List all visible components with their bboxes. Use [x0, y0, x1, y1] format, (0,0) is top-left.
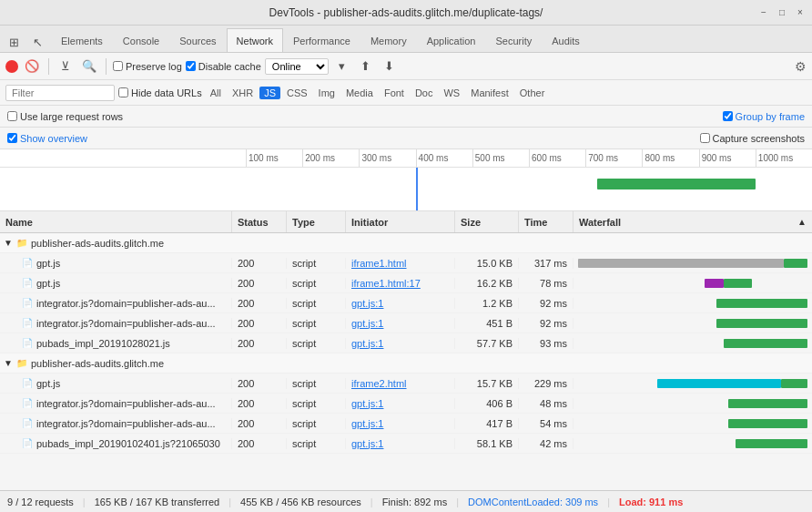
filter-ws[interactable]: WS	[439, 87, 464, 99]
table-row[interactable]: 📄 integrator.js?domain=publisher-ads-au.…	[0, 313, 812, 333]
large-rows-checkbox[interactable]	[7, 111, 17, 121]
td-initiator[interactable]: iframe1.html	[346, 258, 455, 269]
th-status[interactable]: Status	[232, 211, 287, 232]
filter-xhr[interactable]: XHR	[228, 87, 258, 99]
tab-sources[interactable]: Sources	[169, 28, 226, 52]
td-status: 200	[232, 438, 287, 449]
tab-audits[interactable]: Audits	[542, 28, 590, 52]
filter-css[interactable]: CSS	[282, 87, 312, 99]
group-header-2[interactable]: ▼ 📁 publisher-ads-audits.glitch.me	[0, 353, 812, 374]
tab-performance[interactable]: Performance	[283, 28, 360, 52]
tab-security[interactable]: Security	[485, 28, 542, 52]
clear-button[interactable]: 🚫	[22, 56, 42, 77]
preserve-log-checkbox[interactable]	[113, 61, 123, 71]
search-icon[interactable]: 🔍	[79, 56, 99, 77]
td-name: 📄 integrator.js?domain=publisher-ads-au.…	[0, 298, 232, 309]
ruler-label: 100 ms	[246, 149, 302, 167]
filter-js[interactable]: JS	[259, 87, 280, 99]
td-initiator[interactable]: gpt.js:1	[346, 338, 455, 349]
filter-doc[interactable]: Doc	[411, 87, 438, 99]
th-waterfall[interactable]: Waterfall ▲	[573, 211, 812, 232]
filter-all[interactable]: All	[206, 87, 226, 99]
th-name[interactable]: Name	[0, 211, 232, 232]
table-row[interactable]: 📄 integrator.js?domain=publisher-ads-au.…	[0, 394, 812, 414]
devtools-icon[interactable]: ⊞	[4, 32, 24, 52]
th-type[interactable]: Type	[287, 211, 346, 232]
ruler-label: 200 ms	[302, 149, 359, 167]
group-name-1: ▼ 📁 publisher-ads-audits.glitch.me	[0, 238, 232, 249]
td-initiator[interactable]: gpt.js:1	[346, 438, 455, 449]
tab-network[interactable]: Network	[227, 28, 283, 52]
td-size: 1.2 KB	[455, 298, 519, 309]
td-initiator[interactable]: iframe1.html:17	[346, 278, 455, 289]
group-by-frame-checkbox[interactable]	[723, 111, 733, 121]
capture-screenshots-label[interactable]: Capture screenshots	[700, 133, 806, 144]
group-folder-icon-1: 📁	[16, 238, 27, 248]
table-scroll[interactable]: ▼ 📁 publisher-ads-audits.glitch.me 📄 gpt…	[0, 233, 812, 490]
table-row[interactable]: 📄 integrator.js?domain=publisher-ads-au.…	[0, 293, 812, 313]
wf-bar-teal	[657, 379, 781, 388]
td-initiator[interactable]: gpt.js:1	[346, 418, 455, 429]
group-expand-icon-2: ▼	[4, 358, 13, 368]
preserve-log-label[interactable]: Preserve log	[113, 61, 182, 72]
filter-manifest[interactable]: Manifest	[466, 87, 513, 99]
file-icon: 📄	[22, 398, 33, 408]
td-initiator[interactable]: iframe2.html	[346, 378, 455, 389]
tab-elements[interactable]: Elements	[51, 28, 113, 52]
hide-data-urls-checkbox[interactable]	[118, 87, 128, 97]
table-row[interactable]: 📄 pubads_impl_20191028021.js 200 script …	[0, 333, 812, 353]
wf-bar-green	[736, 439, 807, 448]
disable-cache-label[interactable]: Disable cache	[186, 61, 261, 72]
td-type: script	[287, 258, 346, 269]
tab-console[interactable]: Console	[113, 28, 169, 52]
tab-application[interactable]: Application	[417, 28, 486, 52]
th-initiator[interactable]: Initiator	[346, 211, 455, 232]
td-size: 16.2 KB	[455, 278, 519, 289]
show-overview-label[interactable]: Show overview	[7, 133, 87, 144]
td-time: 317 ms	[519, 258, 573, 269]
filter-media[interactable]: Media	[341, 87, 378, 99]
table-row[interactable]: 📄 integrator.js?domain=publisher-ads-au.…	[0, 414, 812, 434]
hide-data-urls-label[interactable]: Hide data URLs	[118, 87, 202, 98]
file-icon: 📄	[22, 438, 33, 448]
table-row[interactable]: 📄 gpt.js 200 script iframe1.html:17 16.2…	[0, 273, 812, 293]
waterfall-bar-green	[597, 179, 756, 189]
record-button[interactable]	[5, 60, 18, 73]
th-size[interactable]: Size	[455, 211, 519, 232]
filter-img[interactable]: Img	[314, 87, 340, 99]
td-initiator[interactable]: gpt.js:1	[346, 398, 455, 409]
large-rows-label[interactable]: Use large request rows	[7, 111, 123, 122]
filter-font[interactable]: Font	[380, 87, 409, 99]
td-initiator[interactable]: gpt.js:1	[346, 318, 455, 329]
table-row[interactable]: 📄 gpt.js 200 script iframe1.html 15.0 KB…	[0, 253, 812, 273]
maximize-button[interactable]: □	[776, 6, 788, 19]
filter-other[interactable]: Other	[515, 87, 550, 99]
throttle-down-icon[interactable]: ▾	[332, 56, 352, 77]
td-waterfall	[573, 333, 812, 353]
filter-input[interactable]	[5, 85, 115, 101]
th-time[interactable]: Time	[519, 211, 573, 232]
group-header-1[interactable]: ▼ 📁 publisher-ads-audits.glitch.me	[0, 233, 812, 253]
show-overview-checkbox[interactable]	[7, 133, 17, 143]
minimize-button[interactable]: −	[757, 6, 770, 19]
close-button[interactable]: ×	[794, 6, 807, 19]
td-initiator[interactable]: gpt.js:1	[346, 298, 455, 309]
settings-icon[interactable]: ⚙	[795, 59, 807, 74]
td-type: script	[287, 298, 346, 309]
import-icon[interactable]: ⬆	[356, 56, 376, 77]
table-row[interactable]: 📄 gpt.js 200 script iframe2.html 15.7 KB…	[0, 374, 812, 394]
throttle-select[interactable]: Online Fast 3G Slow 3G Offline	[265, 58, 329, 75]
disable-cache-checkbox[interactable]	[186, 61, 196, 71]
table-header: Name Status Type Initiator Size Time Wat…	[0, 211, 812, 233]
capture-screenshots-checkbox[interactable]	[700, 133, 710, 143]
inspect-icon[interactable]: ↖	[27, 32, 47, 52]
td-type: script	[287, 318, 346, 329]
export-icon[interactable]: ⬇	[380, 56, 400, 77]
group-by-frame-label[interactable]: Group by frame	[723, 111, 805, 122]
table-row[interactable]: 📄 pubads_impl_20190102401.js?21065030 20…	[0, 434, 812, 454]
td-size: 451 B	[455, 318, 519, 329]
separator	[48, 58, 49, 75]
tab-memory[interactable]: Memory	[360, 28, 417, 52]
filter-icon[interactable]: ⊻	[56, 56, 76, 77]
wf-bar-green	[728, 419, 807, 428]
